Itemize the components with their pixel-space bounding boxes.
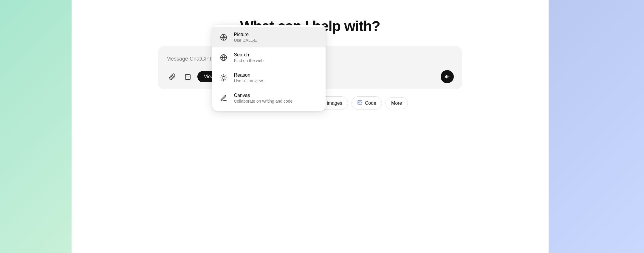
attach-button[interactable] [166, 71, 178, 83]
svg-line-20 [222, 75, 222, 76]
search-globe-icon [218, 52, 229, 63]
picture-title: Picture [234, 32, 257, 37]
chip-code[interactable]: Code [352, 96, 382, 110]
canvas-title: Canvas [234, 93, 292, 98]
dropdown-item-reason[interactable]: Reason Use o1-preview [212, 68, 326, 88]
dropdown-item-canvas[interactable]: Canvas Collaborate on writing and code [212, 88, 326, 108]
svg-line-24 [222, 80, 222, 80]
calendar-button[interactable] [182, 71, 194, 83]
suggestions-row: Picture Use DALL·E Search Find on the we… [212, 96, 408, 110]
svg-rect-5 [446, 75, 447, 78]
dropdown-menu: Picture Use DALL·E Search Find on the we… [212, 25, 326, 111]
left-panel [0, 0, 72, 253]
chip-code-label: Code [365, 101, 376, 106]
chip-more-label: More [391, 101, 402, 106]
picture-icon [218, 32, 229, 43]
dropdown-item-picture[interactable]: Picture Use DALL·E [212, 27, 326, 47]
svg-rect-7 [449, 76, 450, 78]
search-subtitle: Find on the web [234, 58, 264, 63]
picture-subtitle: Use DALL·E [234, 38, 257, 43]
reason-title: Reason [234, 72, 263, 78]
reason-icon [218, 72, 229, 83]
canvas-subtitle: Collaborate on writing and code [234, 99, 292, 104]
svg-rect-0 [185, 75, 191, 79]
svg-line-21 [226, 80, 226, 80]
search-title: Search [234, 52, 264, 58]
svg-line-25 [226, 75, 226, 76]
reason-subtitle: Use o1-preview [234, 78, 263, 83]
code-icon [357, 100, 363, 107]
voice-button[interactable] [441, 70, 454, 83]
svg-rect-6 [448, 75, 448, 78]
svg-point-17 [222, 76, 225, 79]
chip-more[interactable]: More [386, 97, 408, 109]
main-content: What can I help with? View tools [72, 0, 549, 253]
right-panel [549, 0, 644, 253]
dropdown-item-search[interactable]: Search Find on the web [212, 47, 326, 68]
svg-rect-4 [445, 76, 446, 78]
canvas-icon [218, 93, 229, 104]
